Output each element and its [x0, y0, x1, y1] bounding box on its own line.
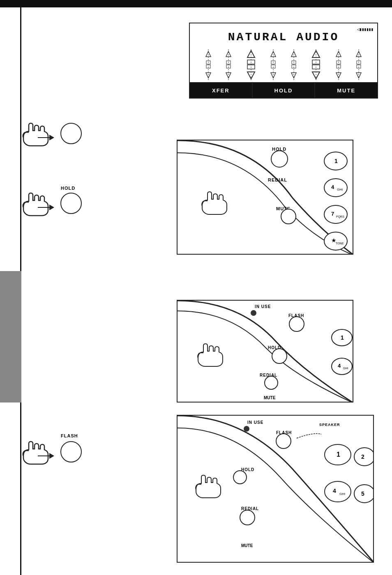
phone-diagram-1: HOLD REDIAL MUTE 1 4 GHI 7 PQRS ★ TONE	[177, 140, 353, 255]
svg-point-67	[251, 310, 256, 316]
svg-marker-11	[247, 51, 255, 58]
eq-bar-6	[310, 49, 322, 80]
svg-text:1: 1	[337, 451, 340, 458]
xfer-button[interactable]: XFER	[190, 83, 253, 98]
display-title: NATURAL AUDIO	[228, 31, 339, 44]
hold-button-circle[interactable]	[60, 193, 82, 214]
display-box: ◁▮▮▮▮▮▮ NATURAL AUDIO	[189, 23, 378, 99]
mute-hand-icon	[21, 119, 54, 148]
svg-text:GHI: GHI	[337, 188, 343, 191]
svg-text:IN USE: IN USE	[255, 304, 271, 309]
svg-text:4: 4	[331, 184, 334, 190]
svg-text:PQRS: PQRS	[336, 215, 344, 218]
gray-sidebar	[0, 271, 21, 402]
svg-text:MUTE: MUTE	[241, 543, 253, 548]
eq-bar-4	[269, 49, 277, 80]
eq-bar-3	[245, 49, 257, 80]
svg-text:5: 5	[361, 490, 364, 497]
svg-point-51	[271, 151, 288, 167]
eq-bar-5	[290, 49, 298, 80]
svg-point-93	[240, 510, 255, 525]
svg-point-60	[324, 205, 347, 223]
svg-point-91	[233, 471, 247, 484]
svg-marker-27	[312, 72, 320, 79]
svg-marker-83	[49, 453, 54, 459]
mute-button-circle[interactable]	[60, 123, 82, 144]
phone-svg-1: HOLD REDIAL MUTE 1 4 GHI 7 PQRS ★ TONE	[178, 140, 353, 255]
mute-section	[21, 119, 82, 148]
svg-marker-26	[312, 51, 320, 58]
svg-point-88	[276, 434, 291, 448]
flash-button-circle[interactable]	[60, 441, 82, 462]
svg-text:SPEAKER: SPEAKER	[319, 423, 340, 427]
svg-text:4: 4	[338, 363, 341, 369]
eq-bar-1	[204, 49, 212, 80]
svg-marker-12	[247, 72, 255, 79]
hold-button[interactable]: HOLD	[253, 83, 316, 98]
eq-bar-7	[334, 49, 343, 80]
svg-point-99	[325, 481, 351, 502]
svg-text:1: 1	[341, 334, 344, 341]
eq-bar-2	[224, 49, 233, 80]
svg-text:TONE: TONE	[336, 242, 344, 245]
eq-bars	[198, 48, 369, 81]
svg-text:GHI: GHI	[339, 492, 345, 496]
speaker-icon: ◁▮▮▮▮▮▮	[357, 27, 373, 32]
phone-diagram-3: IN USE FLASH SPEAKER HOLD REDIAL MUTE 1 …	[177, 415, 374, 563]
svg-point-73	[265, 376, 278, 389]
eq-bar-8	[355, 49, 363, 80]
svg-point-69	[289, 317, 304, 331]
display-buttons: XFER HOLD MUTE	[190, 82, 377, 98]
phone-svg-2: IN USE FLASH HOLD REDIAL MUTE 1 4 GHI	[178, 301, 353, 402]
mute-button[interactable]: MUTE	[315, 83, 377, 98]
svg-marker-43	[49, 135, 54, 140]
svg-marker-48	[49, 205, 54, 210]
flash-hand-icon	[21, 437, 54, 466]
svg-point-86	[244, 426, 249, 432]
svg-text:7: 7	[331, 211, 334, 217]
phone-svg-3: IN USE FLASH SPEAKER HOLD REDIAL MUTE 1 …	[178, 416, 374, 563]
flash-section	[21, 437, 82, 466]
hold-section	[21, 189, 82, 218]
svg-text:REDIAL: REDIAL	[268, 177, 287, 182]
svg-point-71	[272, 349, 287, 363]
phone-diagram-2: IN USE FLASH HOLD REDIAL MUTE 1 4 GHI	[177, 300, 353, 402]
svg-text:MUTE: MUTE	[264, 396, 276, 400]
hold-hand-icon	[21, 189, 54, 218]
top-bar	[0, 0, 392, 7]
svg-text:IN USE: IN USE	[247, 420, 263, 425]
svg-text:4: 4	[333, 488, 336, 494]
svg-text:GHI: GHI	[343, 367, 348, 370]
svg-point-57	[324, 179, 347, 197]
svg-text:1: 1	[334, 158, 338, 164]
svg-text:2: 2	[361, 453, 364, 460]
svg-point-77	[332, 358, 352, 375]
svg-point-54	[281, 209, 296, 224]
